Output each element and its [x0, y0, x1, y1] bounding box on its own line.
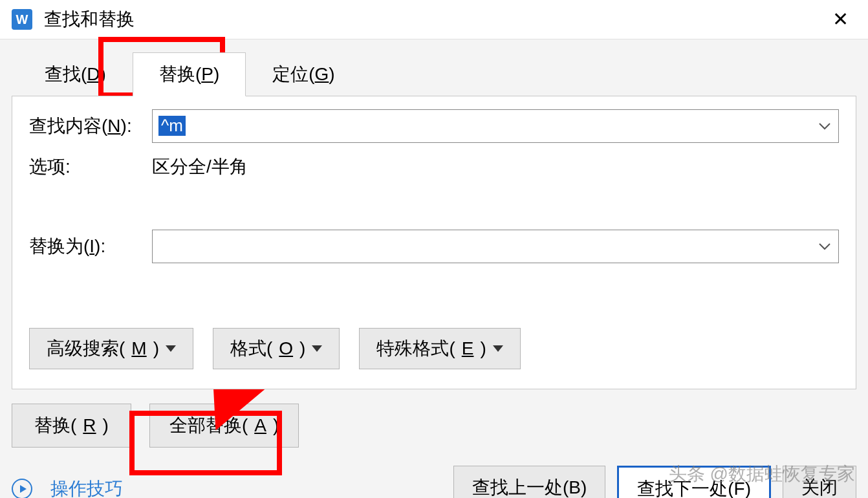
find-prev-button[interactable]: 查找上一处(B) — [453, 466, 605, 498]
tab-replace[interactable]: 替换(P) — [133, 52, 246, 96]
replace-with-combo[interactable] — [152, 230, 839, 263]
find-what-combo[interactable]: ^m — [152, 109, 839, 143]
dialog-title: 查找和替换 — [44, 7, 135, 32]
options-value: 区分全/半角 — [152, 155, 248, 179]
options-label: 选项: — [29, 155, 152, 179]
app-icon-letter: W — [16, 12, 28, 27]
find-what-selection: ^m — [158, 116, 186, 136]
caret-down-icon — [312, 345, 322, 352]
footer-buttons: 查找上一处(B) 查找下一处(F) 关闭 — [453, 466, 856, 498]
titlebar: W 查找和替换 ✕ — [0, 0, 868, 39]
replace-all-button[interactable]: 全部替换(A) — [149, 404, 299, 448]
close-button[interactable]: 关闭 — [783, 466, 856, 498]
tab-goto[interactable]: 定位(G) — [246, 52, 361, 96]
chevron-down-icon[interactable] — [818, 122, 831, 130]
replace-with-row: 替换为(I): — [29, 230, 839, 263]
footer-row: 操作技巧 查找上一处(B) 查找下一处(F) 关闭 — [12, 466, 856, 498]
find-what-row: 查找内容(N): ^m — [29, 109, 839, 143]
format-button[interactable]: 格式(O) — [213, 328, 340, 369]
chevron-down-icon[interactable] — [818, 243, 831, 250]
options-row: 选项: 区分全/半角 — [29, 155, 839, 179]
replace-with-input[interactable] — [152, 230, 839, 263]
action-row: 替换(R) 全部替换(A) — [12, 404, 856, 448]
tips-link[interactable]: 操作技巧 — [50, 477, 123, 498]
play-icon — [12, 479, 32, 498]
replace-with-label: 替换为(I): — [29, 234, 152, 259]
tab-strip: 查找(D) 替换(P) 定位(G) — [18, 52, 856, 96]
caret-down-icon — [493, 345, 503, 352]
format-button-row: 高级搜索(M) 格式(O) 特殊格式(E) — [29, 328, 839, 369]
tab-panel: 查找内容(N): ^m 选项: 区分全/半角 替换为(I): — [12, 96, 856, 389]
advanced-search-button[interactable]: 高级搜索(M) — [29, 328, 193, 369]
find-what-label: 查找内容(N): — [29, 114, 152, 138]
dialog-body: 查找(D) 替换(P) 定位(G) 查找内容(N): ^m 选项: 区分全/半角… — [0, 39, 868, 498]
find-replace-dialog: W 查找和替换 ✕ 查找(D) 替换(P) 定位(G) 查找内容(N): ^m … — [0, 0, 868, 498]
app-icon: W — [12, 9, 32, 30]
caret-down-icon — [166, 345, 176, 352]
find-what-input[interactable] — [152, 109, 839, 143]
replace-button[interactable]: 替换(R) — [12, 404, 131, 448]
close-icon[interactable]: ✕ — [825, 7, 856, 32]
tab-find[interactable]: 查找(D) — [18, 52, 133, 96]
find-next-button[interactable]: 查找下一处(F) — [617, 466, 771, 498]
special-format-button[interactable]: 特殊格式(E) — [359, 328, 520, 369]
